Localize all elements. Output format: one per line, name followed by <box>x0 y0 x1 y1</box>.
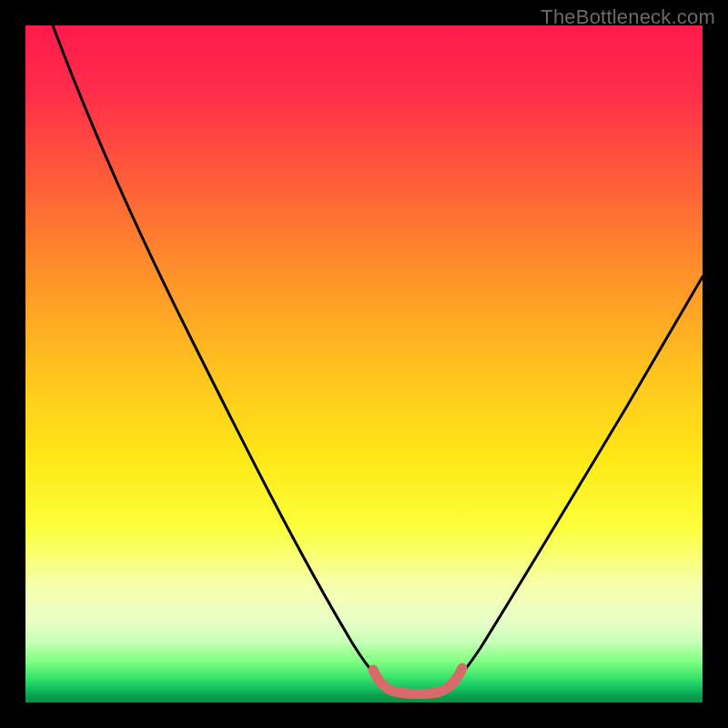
bottleneck-curve-path <box>53 25 703 693</box>
chart-plot-area <box>25 25 703 703</box>
watermark-text: TheBottleneck.com <box>541 5 715 29</box>
optimal-range-path <box>373 668 462 694</box>
chart-svg <box>25 25 703 703</box>
